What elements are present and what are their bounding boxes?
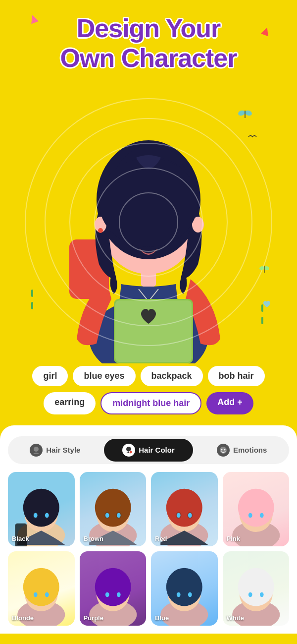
tag-bob-hair[interactable]: bob hair (208, 366, 265, 386)
color-item-brown[interactable]: Brown (80, 472, 147, 546)
tags-row-1: girl blue eyes backpack bob hair (10, 366, 287, 386)
svg-point-64 (188, 513, 192, 518)
svg-point-53 (95, 488, 131, 527)
svg-point-74 (45, 592, 49, 597)
svg-point-40 (224, 449, 226, 450)
color-item-white[interactable]: White (223, 551, 290, 626)
color-black-label: Black (12, 535, 29, 542)
color-item-black[interactable]: Black (8, 472, 75, 546)
svg-point-63 (177, 513, 181, 518)
add-tag-button[interactable]: Add + (206, 392, 253, 414)
svg-point-84 (188, 592, 192, 597)
svg-point-47 (45, 513, 49, 518)
color-item-red[interactable]: Red (151, 472, 218, 546)
color-item-blonde[interactable]: Blonde (8, 551, 75, 626)
svg-point-78 (105, 592, 109, 597)
tag-earring[interactable]: earring (44, 392, 96, 414)
page-title: Design Your Own Character (0, 14, 297, 73)
main-container: Design Your Own Character (0, 0, 297, 644)
svg-point-87 (238, 568, 274, 606)
color-white-label: White (227, 614, 244, 622)
svg-point-39 (221, 449, 223, 450)
svg-point-57 (116, 513, 120, 518)
butterfly-deco-2 (259, 264, 270, 277)
svg-point-89 (259, 592, 263, 597)
svg-point-48 (26, 497, 31, 502)
emotions-icon (217, 444, 230, 457)
character-area (0, 68, 297, 376)
hair-style-icon (30, 444, 43, 457)
color-brown-label: Brown (84, 535, 103, 542)
svg-point-67 (238, 488, 274, 527)
svg-point-8 (264, 265, 270, 270)
svg-point-49 (52, 497, 57, 502)
svg-point-0 (238, 110, 246, 117)
svg-rect-6 (261, 317, 263, 324)
svg-point-79 (116, 592, 120, 597)
svg-point-88 (248, 592, 252, 597)
svg-rect-4 (31, 302, 33, 309)
svg-point-68 (248, 513, 252, 518)
heart-deco (262, 300, 271, 311)
color-item-pink[interactable]: Pink (223, 472, 290, 546)
tab-hair-style-label: Hair Style (46, 446, 80, 454)
tab-hair-color-label: Hair Color (139, 446, 175, 454)
tag-girl[interactable]: girl (32, 366, 68, 386)
svg-point-60 (166, 488, 202, 527)
color-blonde-label: Blonde (12, 614, 34, 622)
bottom-panel: Hair Style Hair Color (0, 425, 297, 634)
hair-color-icon (122, 444, 135, 457)
color-blue-label: Blue (155, 614, 169, 622)
tag-blue-eyes[interactable]: blue eyes (73, 366, 135, 386)
rings-background (25, 98, 272, 346)
svg-point-72 (23, 568, 59, 606)
svg-point-56 (105, 513, 109, 518)
tag-midnight-blue-hair[interactable]: midnight blue hair (100, 392, 201, 414)
color-purple-label: Purple (84, 614, 103, 622)
bird-deco (248, 133, 257, 142)
tags-row-2: earring midnight blue hair Add + (10, 392, 287, 414)
tag-backpack[interactable]: backpack (141, 366, 203, 386)
svg-point-83 (177, 592, 181, 597)
color-red-label: Red (155, 535, 167, 542)
ring-5 (25, 98, 272, 346)
svg-point-82 (166, 568, 202, 606)
color-item-blue[interactable]: Blue (151, 551, 218, 626)
tab-hair-style[interactable]: Hair Style (10, 439, 100, 462)
svg-rect-3 (31, 290, 33, 297)
svg-point-77 (95, 568, 131, 606)
svg-point-37 (129, 451, 132, 454)
svg-point-43 (23, 488, 59, 527)
butterfly-deco (238, 108, 252, 122)
tab-emotions-label: Emotions (233, 446, 267, 454)
sparkle-left (27, 290, 37, 311)
svg-point-1 (245, 110, 252, 117)
svg-point-46 (34, 513, 38, 518)
tab-hair-color[interactable]: Hair Color (104, 439, 194, 462)
svg-point-7 (259, 265, 265, 270)
category-tabs: Hair Style Hair Color (8, 436, 289, 464)
svg-point-69 (259, 513, 263, 518)
color-grid: Black Brown (8, 472, 289, 626)
svg-point-73 (34, 592, 38, 597)
color-item-purple[interactable]: Purple (80, 551, 147, 626)
tags-section: girl blue eyes backpack bob hair earring… (0, 366, 297, 414)
color-pink-label: Pink (227, 535, 240, 542)
title-section: Design Your Own Character (0, 0, 297, 73)
svg-point-35 (34, 447, 39, 452)
tab-emotions[interactable]: Emotions (197, 439, 287, 462)
